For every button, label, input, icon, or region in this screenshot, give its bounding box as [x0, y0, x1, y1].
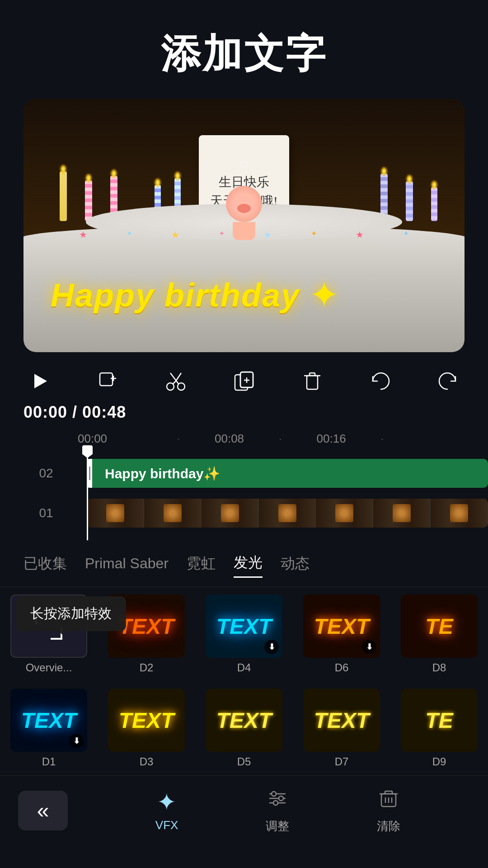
back-icon: « — [37, 798, 49, 823]
bracket-icon — [35, 613, 62, 640]
cut-button[interactable] — [160, 365, 192, 397]
effect-label-d4: D4 — [237, 661, 251, 674]
download-badge-d6: ⬇ — [362, 640, 376, 654]
effect-item-overview[interactable]: Overvie... 长按添加特效 — [0, 587, 98, 681]
effect-thumb-d2: TEXT — [108, 594, 185, 658]
delete-button[interactable] — [296, 365, 328, 397]
play-button[interactable] — [23, 365, 56, 397]
effect-thumb-d5: TEXT — [206, 689, 282, 752]
ruler-time-0: 00:00 — [78, 432, 177, 446]
effect-thumb-overview — [10, 594, 87, 658]
video-thumb-7 — [431, 499, 488, 528]
sparkle-icon: ✦ — [309, 274, 339, 316]
track-content-01[interactable] — [69, 499, 488, 528]
toolbar-item-clear[interactable]: 清除 — [377, 787, 400, 834]
svg-point-4 — [167, 383, 174, 390]
track-label-01: 01 — [23, 506, 69, 520]
effect-thumb-d4: TEXT ⬇ — [206, 594, 282, 658]
svg-line-7 — [176, 373, 181, 381]
video-thumb-1 — [87, 499, 144, 528]
effect-thumb-d3: TEXT — [108, 689, 185, 752]
effect-item-d5[interactable]: TEXT D5 — [195, 681, 293, 775]
time-display: 00:00 / 00:48 — [23, 403, 488, 427]
effect-label-d3: D3 — [140, 755, 154, 768]
effect-label-d7: D7 — [335, 755, 349, 768]
svg-point-23 — [279, 796, 283, 801]
playhead[interactable] — [87, 445, 88, 540]
track-row-01: 01 — [23, 495, 488, 531]
effect-item-d9[interactable]: TE D9 — [390, 681, 488, 775]
birthday-text-overlay: Happy birthday ✦ — [23, 274, 465, 316]
effect-label-d9: D9 — [432, 755, 446, 768]
effect-thumb-d6: TEXT ⬇ — [303, 594, 380, 658]
track-content-02[interactable]: Happy birthday✨ — [69, 459, 488, 488]
effect-label-overview: Overvie... — [26, 661, 72, 674]
clear-label: 清除 — [377, 818, 400, 834]
effect-thumb-d7: TEXT — [303, 689, 380, 752]
page-title: 添加文字 — [0, 27, 488, 81]
effect-label-d8: D8 — [432, 661, 446, 674]
time-total: 00:48 — [82, 403, 126, 421]
tab-collected[interactable]: 已收集 — [23, 554, 67, 577]
effect-thumb-d1: TEXT ⬇ — [10, 689, 87, 752]
bottom-toolbar: « ✦ VFX 调整 — [0, 775, 488, 852]
effect-item-d2[interactable]: TEXT D2 — [98, 587, 195, 681]
video-thumb-2 — [144, 499, 202, 528]
video-thumb-6 — [373, 499, 431, 528]
effect-item-d8[interactable]: TE D8 — [390, 587, 488, 681]
tab-fagguang[interactable]: 发光 — [234, 553, 263, 578]
download-badge-d4: ⬇ — [264, 640, 279, 654]
svg-point-5 — [178, 383, 185, 390]
video-preview: ♡ 生日快乐天天开心哦! ★ ✦ ★ ✦ ★ ✦ ★ — [23, 99, 465, 352]
clip-add-button[interactable] — [92, 365, 124, 397]
svg-rect-15 — [307, 376, 318, 389]
effect-item-d7[interactable]: TEXT D7 — [293, 681, 390, 775]
toolbar-item-vfx[interactable]: ✦ VFX — [155, 788, 178, 832]
adjust-label: 调整 — [266, 818, 289, 834]
svg-point-22 — [272, 792, 276, 796]
video-thumb-4 — [259, 499, 316, 528]
ruler-time-1: 00:08 — [180, 432, 279, 446]
effect-item-d6[interactable]: TEXT ⬇ D6 — [293, 587, 390, 681]
download-badge-d1: ⬇ — [69, 734, 84, 748]
adjust-icon — [266, 787, 289, 816]
timeline-ruler: 00:00 · 00:08 · 00:16 · — [23, 427, 488, 450]
birthday-text: Happy birthday — [51, 277, 300, 314]
video-thumb-5 — [316, 499, 373, 528]
redo-button[interactable] — [432, 365, 465, 397]
back-button[interactable]: « — [18, 791, 68, 830]
effect-item-d3[interactable]: TEXT D3 — [98, 681, 195, 775]
effect-tabs: 已收集 Primal Saber 霓虹 发光 动态 — [0, 540, 488, 587]
track-area: 02 Happy birthday✨ 01 — [23, 450, 488, 540]
tab-nihong[interactable]: 霓虹 — [187, 554, 216, 577]
vfx-icon: ✦ — [157, 788, 177, 816]
video-thumb-3 — [202, 499, 259, 528]
effect-item-d4[interactable]: TEXT ⬇ D4 — [195, 587, 293, 681]
svg-marker-0 — [34, 374, 47, 388]
time-separator: / — [72, 403, 82, 421]
svg-point-24 — [273, 801, 278, 805]
vfx-label: VFX — [155, 818, 178, 832]
controls-bar — [0, 352, 488, 403]
svg-rect-1 — [100, 373, 113, 386]
track-row-02: 02 Happy birthday✨ — [23, 455, 488, 491]
header: 添加文字 — [0, 0, 488, 99]
track-label-02: 02 — [23, 466, 69, 481]
tab-primal-saber[interactable]: Primal Saber — [85, 555, 169, 576]
effect-grid-row2: TEXT ⬇ D1 TEXT D3 TEXT D5 TEXT D7 TE D9 — [0, 681, 488, 775]
timeline-section: 00:00 / 00:48 00:00 · 00:08 · 00:16 · 02… — [0, 403, 488, 540]
toolbar-item-adjust[interactable]: 调整 — [266, 787, 289, 834]
text-track-label: Happy birthday✨ — [105, 466, 220, 481]
video-bg: ♡ 生日快乐天天开心哦! ★ ✦ ★ ✦ ★ ✦ ★ — [23, 99, 465, 352]
tab-dongtai[interactable]: 动态 — [281, 554, 310, 577]
effect-thumb-d8: TE — [401, 594, 478, 658]
text-track[interactable]: Happy birthday✨ — [87, 459, 488, 488]
effect-label-d2: D2 — [140, 661, 154, 674]
undo-button[interactable] — [364, 365, 396, 397]
video-track[interactable] — [87, 499, 488, 528]
toolbar-items: ✦ VFX 调整 — [68, 787, 488, 834]
copy-button[interactable] — [228, 365, 260, 397]
ruler-time-2: 00:16 — [282, 432, 381, 446]
effect-item-d1[interactable]: TEXT ⬇ D1 — [0, 681, 98, 775]
clear-icon — [377, 787, 400, 816]
